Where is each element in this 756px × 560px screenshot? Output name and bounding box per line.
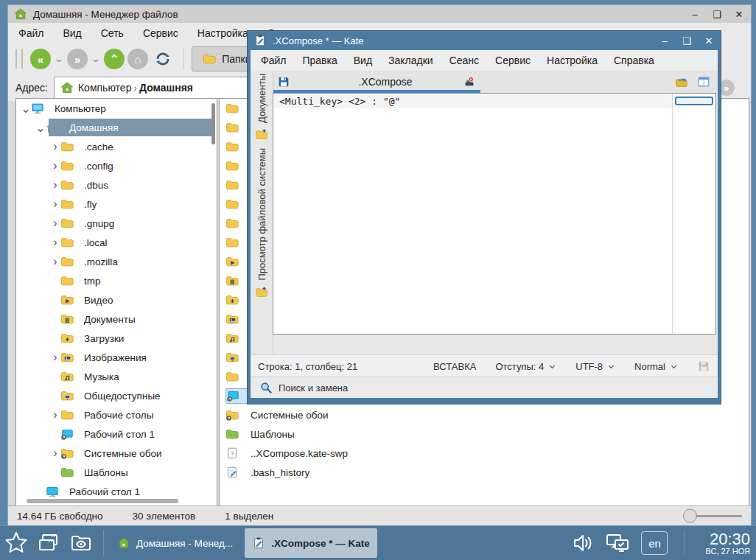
favorites-button[interactable] (0, 528, 32, 558)
list-item[interactable]: Шаблоны (220, 424, 749, 444)
expander-icon[interactable]: › (50, 447, 60, 460)
refresh-icon[interactable] (154, 50, 172, 68)
scrollbar-thumb[interactable] (675, 97, 713, 105)
expander-icon[interactable]: ⌄ (21, 102, 31, 116)
tree-item[interactable]: Документы (16, 309, 217, 329)
expander-icon[interactable]: › (50, 236, 60, 249)
icon-zoom-slider[interactable] (683, 515, 742, 517)
tree-item[interactable]: Общедоступные (16, 386, 217, 405)
sidebar-tab-label: Документы (256, 74, 267, 123)
computer-icon (31, 102, 44, 115)
expander-icon[interactable]: › (50, 140, 60, 153)
forward-history-dropdown[interactable]: ⌄ (91, 54, 101, 64)
clock[interactable]: 20:30 ВС, 27 НОЯ (701, 531, 750, 556)
expander-icon[interactable]: › (50, 178, 60, 192)
encoding-selector[interactable]: UTF-8 (575, 361, 615, 372)
kate-menu-Закладки[interactable]: Закладки (388, 55, 433, 66)
list-item[interactable]: Системные обои (220, 405, 749, 424)
kate-menu-Файл[interactable]: Файл (261, 55, 286, 66)
expander-icon[interactable]: › (50, 408, 60, 421)
fm-menu-Сервис[interactable]: Сервис (143, 27, 178, 39)
highlight-mode-selector[interactable]: Normal (634, 361, 678, 372)
tree-item[interactable]: Загрузки (16, 329, 217, 348)
kate-menu-Сервис[interactable]: Сервис (495, 55, 531, 66)
up-button[interactable]: ⌃ (104, 49, 125, 69)
input-mode-text[interactable]: ВСТАВКА (433, 361, 476, 372)
cursor-position-text[interactable]: Строка: 1, столбец: 21 (258, 361, 357, 372)
kate-menu-Вид[interactable]: Вид (354, 55, 372, 66)
minimize-button[interactable]: ‒ (689, 9, 701, 20)
split-view-icon[interactable] (697, 75, 710, 88)
list-item[interactable]: ?..XCompose.kate-swp (220, 444, 749, 463)
tree-vertical-scrollbar[interactable] (211, 103, 215, 144)
minimize-button[interactable]: ‒ (659, 35, 671, 46)
fm-menu-Вид[interactable]: Вид (63, 27, 81, 39)
expander-icon[interactable]: › (50, 159, 60, 172)
close-button[interactable]: ✕ (703, 35, 715, 46)
breadcrumb-part[interactable]: Компьютер (78, 82, 131, 94)
window-list-button[interactable] (32, 528, 65, 558)
keyboard-layout-indicator[interactable]: en (641, 531, 668, 555)
fm-menu-Файл[interactable]: Файл (18, 27, 43, 39)
search-replace-toolview[interactable]: Поиск и замена (251, 377, 718, 398)
home-button[interactable]: ⌂ (127, 49, 148, 69)
volume-icon[interactable] (570, 531, 594, 555)
fm-titlebar[interactable]: Домашняя - Менеджер файлов ‒ ❑ ✕ (8, 5, 751, 23)
kate-menu-Правка[interactable]: Правка (302, 55, 337, 66)
forward-button[interactable]: » (67, 49, 88, 69)
kate-menu-Настройка[interactable]: Настройка (547, 55, 598, 66)
tree-item[interactable]: Рабочий стол 1 (16, 424, 217, 444)
kate-titlebar[interactable]: .XCompose * — Kate ‒ ❑ ✕ (251, 31, 718, 50)
tree-item[interactable]: ›Системные обои (16, 444, 217, 463)
network-displays-icon[interactable] (604, 531, 631, 556)
maximize-button[interactable]: ❑ (681, 35, 693, 46)
tree-item[interactable]: ›.local (16, 233, 217, 252)
breadcrumb-part[interactable]: Домашняя (139, 82, 193, 94)
back-button[interactable]: « (30, 49, 51, 69)
address-go-button[interactable]: » (718, 80, 735, 96)
tree-item[interactable]: ›.config (16, 156, 217, 175)
tree-item[interactable]: Музыка (16, 367, 217, 386)
fm-menu-Сеть[interactable]: Сеть (101, 27, 124, 39)
tab-close-icon[interactable] (463, 74, 476, 88)
expander-icon[interactable]: › (50, 255, 60, 268)
breadcrumb-separator: › (131, 83, 139, 94)
indent-selector[interactable]: Отступы: 4 (495, 361, 556, 372)
kate-menu-Справка[interactable]: Справка (614, 55, 654, 66)
show-desktop-button[interactable] (65, 528, 97, 558)
tree-item[interactable]: ⌄Компьютер (16, 99, 217, 118)
task-button[interactable]: Домашняя - Менед... (110, 528, 240, 558)
sidebar-tab-documents[interactable]: Документы (255, 74, 268, 141)
kate-menu-Сеанс[interactable]: Сеанс (449, 55, 479, 66)
expander-icon[interactable]: › (50, 217, 60, 230)
tree-item[interactable]: ›Рабочие столы (16, 405, 217, 424)
tree-item[interactable]: ›.dbus (16, 175, 217, 195)
expander-icon[interactable]: ⌄ (35, 121, 46, 135)
folder-icon (60, 159, 74, 172)
expander-icon[interactable]: › (50, 197, 60, 211)
tree-item[interactable]: ›.gnupg (16, 214, 217, 233)
close-button[interactable]: ✕ (733, 9, 745, 20)
tree-item[interactable]: Шаблоны (16, 463, 217, 482)
expander-icon[interactable]: › (50, 351, 60, 364)
sidebar-tab-filesystem[interactable]: Просмотр файловой системы (255, 148, 268, 298)
back-history-dropdown[interactable]: ⌄ (54, 54, 64, 64)
tab-xcompose[interactable]: .XCompose (290, 71, 480, 93)
tree-horizontal-scrollbar[interactable] (27, 499, 178, 503)
toolbar-handle[interactable] (15, 49, 23, 69)
tree-item[interactable]: ›.mozilla (16, 252, 217, 271)
tree-item[interactable]: ›.cache (16, 137, 217, 156)
text-editor[interactable]: <Multi_key> <2> : "@" (273, 93, 716, 335)
editor-scrollbar[interactable] (672, 94, 715, 334)
tree-item[interactable]: ›Изображения (16, 348, 217, 367)
tree-item[interactable]: tmp (16, 271, 217, 290)
fm-menu-Настройка[interactable]: Настройка (197, 27, 248, 39)
task-button[interactable]: .XCompose * — Kate (245, 528, 377, 558)
maximize-button[interactable]: ❑ (711, 9, 723, 20)
slider-knob[interactable] (683, 509, 697, 523)
tree-item[interactable]: ›.fly (16, 195, 217, 214)
tree-item[interactable]: ⌄Домашняя (16, 118, 217, 137)
tree-item[interactable]: Видео (16, 290, 217, 309)
quick-open-icon[interactable] (675, 75, 688, 88)
list-item[interactable]: .bash_history (220, 463, 749, 482)
